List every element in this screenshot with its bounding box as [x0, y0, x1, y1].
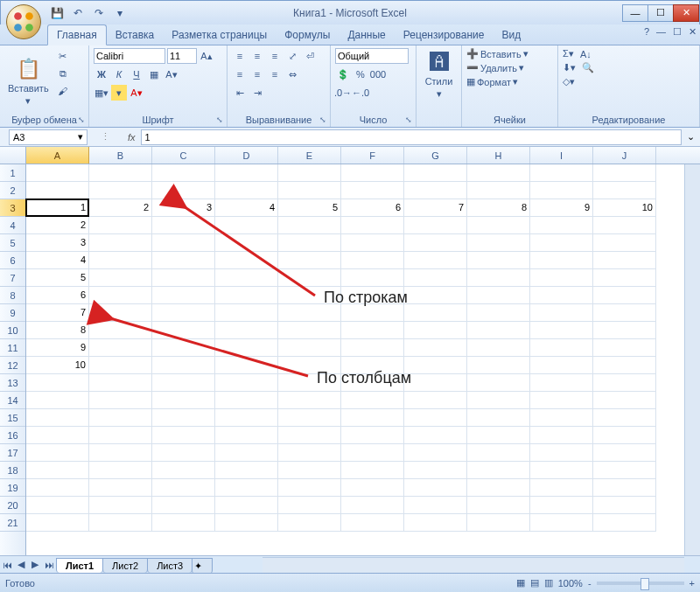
cell[interactable] [530, 304, 593, 322]
cell[interactable] [341, 479, 404, 497]
cell[interactable] [404, 164, 467, 182]
cell[interactable] [467, 322, 530, 339]
decrease-indent-icon[interactable]: ⇤ [232, 85, 248, 101]
align-launcher[interactable]: ⤡ [318, 115, 328, 125]
cell[interactable]: 9 [530, 199, 593, 217]
cell[interactable] [278, 357, 341, 374]
cell[interactable] [215, 182, 278, 199]
minimize-button[interactable]: — [622, 4, 648, 22]
first-sheet-icon[interactable]: ⏮ [0, 560, 14, 570]
sheet-tab-3[interactable]: Лист3 [147, 558, 192, 573]
cell[interactable] [215, 392, 278, 409]
cell[interactable] [341, 339, 404, 357]
row-header[interactable]: 12 [0, 357, 25, 374]
column-header[interactable]: C [152, 147, 215, 164]
row-header[interactable]: 15 [0, 409, 25, 427]
cell[interactable] [341, 304, 404, 322]
column-header[interactable]: I [530, 147, 593, 164]
clipboard-launcher[interactable]: ⤡ [76, 115, 87, 125]
cell[interactable] [530, 234, 593, 252]
font-name-combo[interactable] [94, 48, 165, 64]
find-icon[interactable]: 🔍 [582, 62, 594, 73]
cell[interactable] [467, 217, 530, 234]
row-header[interactable]: 1 [0, 164, 25, 182]
cell[interactable] [89, 287, 152, 304]
cell[interactable] [89, 304, 152, 322]
cell[interactable] [152, 444, 215, 462]
cell[interactable] [152, 392, 215, 409]
cell[interactable] [341, 462, 404, 479]
cell[interactable] [467, 462, 530, 479]
cell[interactable] [530, 497, 593, 514]
cell[interactable] [404, 217, 467, 234]
cell[interactable] [530, 322, 593, 339]
cell[interactable] [215, 497, 278, 514]
column-header[interactable]: B [89, 147, 152, 164]
cell[interactable] [215, 444, 278, 462]
cell[interactable] [26, 514, 89, 532]
cell[interactable] [404, 322, 467, 339]
cell[interactable] [593, 497, 656, 514]
cell[interactable]: 9 [26, 339, 89, 357]
cell[interactable] [593, 339, 656, 357]
name-box-handle[interactable]: ⋮ [88, 131, 122, 143]
cell[interactable] [341, 269, 404, 287]
cell[interactable] [152, 287, 215, 304]
cell[interactable] [593, 304, 656, 322]
format-cells-button[interactable]: Формат [477, 77, 511, 87]
cell[interactable] [152, 322, 215, 339]
cell[interactable] [152, 462, 215, 479]
sort-filter-icon[interactable]: A↓ [580, 49, 592, 59]
row-header[interactable]: 8 [0, 287, 25, 304]
copy-icon[interactable]: ⧉ [55, 66, 71, 81]
column-header[interactable]: A [26, 147, 89, 164]
tab-view[interactable]: Вид [493, 25, 529, 45]
bold-button[interactable]: Ж [94, 66, 109, 82]
font-size-combo[interactable] [167, 48, 197, 64]
cell[interactable] [26, 164, 89, 182]
clear-icon[interactable]: ◇▾ [563, 76, 575, 87]
cell[interactable] [89, 514, 152, 532]
cell[interactable] [341, 322, 404, 339]
row-header[interactable]: 3 [0, 199, 25, 217]
cell[interactable] [467, 514, 530, 532]
tab-formulas[interactable]: Формулы [276, 25, 339, 45]
cell[interactable] [278, 479, 341, 497]
cell[interactable] [530, 392, 593, 409]
cell[interactable] [278, 164, 341, 182]
cell[interactable] [278, 322, 341, 339]
view-normal-icon[interactable]: ▦ [516, 577, 525, 589]
sheet-tab-2[interactable]: Лист2 [102, 558, 148, 573]
increase-decimal-icon[interactable]: .0→ [335, 85, 351, 101]
cell[interactable] [152, 479, 215, 497]
cell[interactable] [467, 444, 530, 462]
cell[interactable] [593, 479, 656, 497]
cell[interactable] [215, 374, 278, 392]
cell[interactable] [530, 409, 593, 427]
cell[interactable] [278, 217, 341, 234]
cell[interactable] [215, 427, 278, 444]
insert-cells-button[interactable]: Вставить [480, 49, 522, 59]
cell[interactable] [278, 287, 341, 304]
cell[interactable] [467, 357, 530, 374]
doc-minimize-button[interactable]: — [656, 26, 666, 38]
cell[interactable] [593, 217, 656, 234]
cell[interactable] [152, 497, 215, 514]
cell[interactable] [278, 427, 341, 444]
cell[interactable] [278, 514, 341, 532]
prev-sheet-icon[interactable]: ◀ [14, 559, 28, 570]
cell[interactable] [152, 409, 215, 427]
cell[interactable]: 3 [152, 199, 215, 217]
currency-icon[interactable]: 💲 [335, 66, 351, 82]
underline-button[interactable]: Ч [129, 66, 144, 82]
zoom-slider[interactable] [597, 582, 684, 585]
autosum-icon[interactable]: Σ▾ [563, 48, 574, 59]
cell[interactable]: 1 [26, 199, 89, 217]
row-header[interactable]: 19 [0, 479, 25, 497]
row-header[interactable]: 9 [0, 304, 25, 322]
cell[interactable]: 4 [215, 199, 278, 217]
cell[interactable] [404, 409, 467, 427]
cell[interactable] [593, 392, 656, 409]
name-box[interactable]: A3▾ [9, 129, 88, 145]
cell[interactable] [215, 304, 278, 322]
